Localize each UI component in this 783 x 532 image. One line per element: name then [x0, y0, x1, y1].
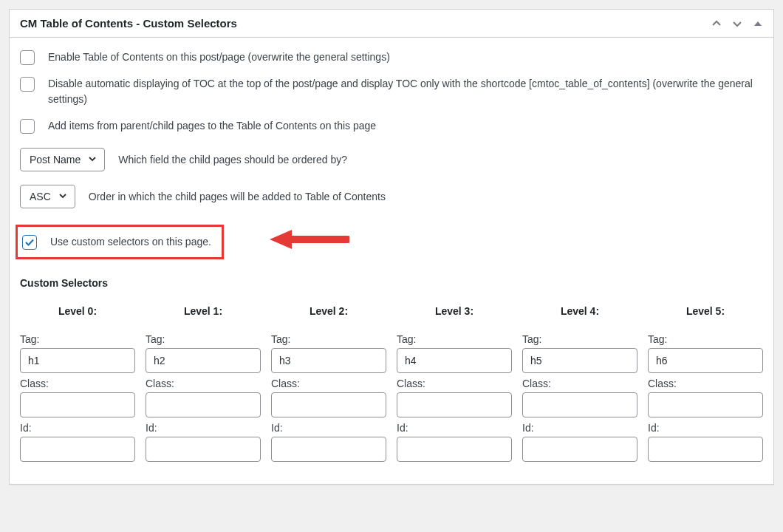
option-label: Add items from parent/child pages to the… [48, 118, 376, 134]
option-parent-child: Add items from parent/child pages to the… [20, 118, 763, 134]
id-label: Id: [397, 422, 512, 434]
id-label: Id: [648, 422, 763, 434]
tag-input[interactable] [397, 348, 512, 373]
class-label: Class: [146, 378, 261, 389]
id-input[interactable] [397, 437, 512, 462]
checkbox-enable-toc[interactable] [20, 50, 35, 65]
svg-marker-1 [270, 230, 292, 249]
class-input[interactable] [20, 392, 135, 417]
class-input[interactable] [146, 392, 261, 417]
move-up-icon[interactable] [711, 18, 722, 29]
id-label: Id: [271, 422, 386, 434]
orderby-value: Post Name [30, 154, 81, 166]
level-heading: Level 0: [20, 305, 135, 317]
tag-input[interactable] [648, 348, 763, 373]
order-value: ASC [30, 191, 51, 202]
chevron-down-icon [88, 154, 97, 166]
id-input[interactable] [146, 437, 261, 462]
level-column: Level 3:Tag:Class:Id: [397, 305, 512, 466]
id-input[interactable] [522, 437, 637, 462]
class-input[interactable] [397, 392, 512, 417]
order-select[interactable]: ASC [20, 185, 75, 208]
tag-input[interactable] [522, 348, 637, 373]
level-column: Level 2:Tag:Class:Id: [271, 305, 386, 466]
chevron-down-icon [58, 191, 67, 202]
option-label: Use custom selectors on this page. [50, 236, 211, 248]
class-label: Class: [271, 378, 386, 389]
tag-label: Tag: [522, 333, 637, 345]
checkbox-parent-child[interactable] [20, 119, 35, 134]
tag-label: Tag: [146, 333, 261, 345]
metabox-body: Enable Table of Contents on this post/pa… [10, 38, 773, 484]
tag-input[interactable] [271, 348, 386, 373]
annotation-arrow-icon [268, 228, 349, 253]
id-label: Id: [20, 422, 135, 434]
move-down-icon[interactable] [732, 18, 742, 29]
class-input[interactable] [648, 392, 763, 417]
class-label: Class: [20, 378, 135, 389]
level-heading: Level 5: [648, 305, 763, 317]
class-label: Class: [522, 378, 637, 389]
levels-container: Level 0:Tag:Class:Id:Level 1:Tag:Class:I… [20, 305, 763, 466]
class-label: Class: [397, 378, 512, 389]
highlight-row: Use custom selectors on this page. [20, 222, 763, 259]
option-enable-toc: Enable Table of Contents on this post/pa… [20, 50, 763, 66]
level-heading: Level 4: [522, 305, 637, 317]
class-label: Class: [648, 378, 763, 389]
order-row: ASC Order in which the child pages will … [20, 185, 763, 208]
orderby-row: Post Name Which field the child pages sh… [20, 148, 763, 171]
id-input[interactable] [271, 437, 386, 462]
order-desc: Order in which the child pages will be a… [89, 191, 386, 202]
tag-input[interactable] [20, 348, 135, 373]
tag-label: Tag: [648, 333, 763, 345]
checkbox-use-custom[interactable] [22, 235, 37, 250]
custom-selectors-heading: Custom Selectors [20, 277, 763, 289]
metabox-header: CM Table of Contents - Custom Selectors [10, 10, 773, 38]
id-label: Id: [522, 422, 637, 434]
tag-label: Tag: [397, 333, 512, 345]
level-column: Level 1:Tag:Class:Id: [146, 305, 261, 466]
option-disable-auto: Disable automatic displaying of TOC at t… [20, 76, 763, 108]
metabox-custom-selectors: CM Table of Contents - Custom Selectors … [9, 9, 774, 485]
level-heading: Level 3: [397, 305, 512, 317]
toggle-panel-icon[interactable] [753, 18, 763, 29]
level-heading: Level 2: [271, 305, 386, 317]
metabox-title: CM Table of Contents - Custom Selectors [20, 17, 237, 30]
tag-label: Tag: [271, 333, 386, 345]
metabox-controls [711, 18, 763, 29]
level-column: Level 0:Tag:Class:Id: [20, 305, 135, 466]
option-label: Disable automatic displaying of TOC at t… [48, 76, 763, 108]
level-heading: Level 1: [146, 305, 261, 317]
level-column: Level 5:Tag:Class:Id: [648, 305, 763, 466]
orderby-desc: Which field the child pages should be or… [118, 154, 347, 166]
class-input[interactable] [522, 392, 637, 417]
orderby-select[interactable]: Post Name [20, 148, 105, 171]
level-column: Level 4:Tag:Class:Id: [522, 305, 637, 466]
class-input[interactable] [271, 392, 386, 417]
option-label: Enable Table of Contents on this post/pa… [48, 50, 390, 66]
id-label: Id: [146, 422, 261, 434]
checkbox-disable-auto[interactable] [20, 77, 35, 92]
highlight-box: Use custom selectors on this page. [16, 225, 224, 259]
tag-label: Tag: [20, 333, 135, 345]
id-input[interactable] [20, 437, 135, 462]
tag-input[interactable] [146, 348, 261, 373]
id-input[interactable] [648, 437, 763, 462]
